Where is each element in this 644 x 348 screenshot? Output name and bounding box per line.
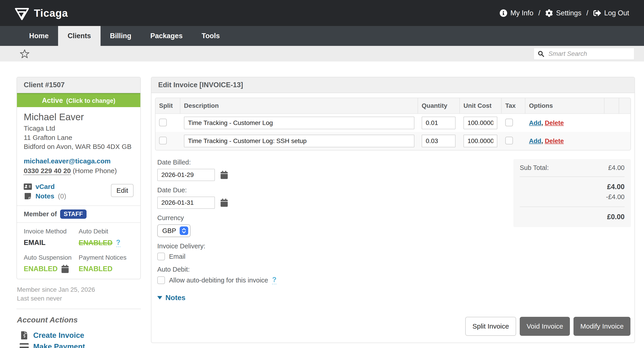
unit-cost-input[interactable]	[464, 116, 497, 129]
email-delivery-label: Email	[169, 253, 186, 260]
client-card: Client #1507 Active (Click to change) Mi…	[16, 77, 141, 279]
calendar-icon[interactable]	[220, 199, 228, 207]
invoice-method-label: Invoice Method	[24, 228, 79, 235]
log-out-link[interactable]: Log Out	[594, 9, 629, 17]
my-info-label: My Info	[510, 9, 534, 17]
col-split: Split	[156, 98, 180, 114]
col-tax: Tax	[502, 98, 525, 114]
date-due-input[interactable]	[157, 196, 215, 209]
currency-label: Currency	[157, 214, 376, 222]
quantity-input[interactable]	[422, 135, 456, 147]
edit-client-button[interactable]: Edit	[111, 184, 134, 197]
auto-debit-value[interactable]: ENABLED	[79, 239, 112, 247]
add-option-link[interactable]: Add	[529, 119, 541, 126]
notes-count: (0)	[58, 192, 66, 200]
chevron-updown-icon	[180, 226, 188, 235]
invoice-panel: Edit Invoice [INVOICE-13] Split Descript…	[151, 77, 635, 343]
auto-debit-help[interactable]: ?	[272, 276, 276, 284]
modify-invoice-button[interactable]: Modify Invoice	[574, 317, 630, 336]
create-invoice-link[interactable]: Create Invoice	[16, 330, 141, 341]
client-phone[interactable]: 0330 229 40 20	[24, 167, 71, 175]
tax-checkbox[interactable]	[505, 137, 513, 144]
client-card-title: Client #1507	[17, 77, 140, 93]
notes-toggle-label: Notes	[166, 294, 186, 302]
divider	[16, 309, 141, 309]
notes-toggle[interactable]: Notes	[157, 294, 376, 302]
delete-row-link[interactable]: Delete	[545, 119, 564, 126]
table-header-row: Split Description Quantity Unit Cost Tax…	[156, 98, 630, 114]
client-company: Ticaga Ltd	[24, 124, 134, 133]
top-menu: My Info / Settings / Log Out	[500, 9, 629, 17]
auto-debit-section-label: Auto Debit:	[157, 266, 376, 273]
info-circle-icon	[500, 9, 507, 17]
tab-billing[interactable]: Billing	[100, 26, 141, 46]
col-description: Description	[180, 98, 418, 114]
last-seen: Last seen never	[17, 294, 141, 303]
auto-debit-help[interactable]: ?	[116, 239, 120, 247]
vcard-link[interactable]: vCard	[24, 183, 66, 190]
calendar-icon[interactable]	[61, 265, 69, 273]
total-value: £4.00	[520, 182, 624, 192]
unit-cost-input[interactable]	[464, 135, 497, 147]
caret-down-icon	[157, 296, 162, 300]
invoice-item-row: Add, Delete	[156, 114, 630, 132]
delete-row-link[interactable]: Delete	[545, 138, 564, 144]
tab-clients[interactable]: Clients	[58, 26, 100, 46]
client-settings: Invoice Method EMAIL Auto Debit ENABLED …	[17, 223, 140, 279]
notes-link[interactable]: Notes (0)	[24, 192, 66, 200]
tab-tools[interactable]: Tools	[192, 26, 229, 46]
search-box	[534, 48, 634, 60]
invoice-form: Date Billed: Date Due: Cur	[155, 156, 376, 302]
my-info-link[interactable]: My Info	[500, 9, 534, 17]
description-input[interactable]	[184, 135, 414, 147]
void-invoice-button[interactable]: Void Invoice	[520, 317, 570, 336]
invoice-delivery-label: Invoice Delivery:	[157, 242, 376, 250]
email-delivery-checkbox[interactable]	[157, 253, 165, 260]
auto-debit-checkbox[interactable]	[157, 276, 165, 284]
client-email-link[interactable]: michael.eaver@ticaga.com	[24, 157, 110, 165]
make-payment-label: Make Payment	[33, 342, 85, 348]
date-billed-input[interactable]	[157, 169, 215, 181]
note-icon	[24, 192, 32, 200]
client-address-line1: 11 Grafton Lane	[24, 133, 134, 142]
split-checkbox[interactable]	[159, 119, 167, 126]
client-name: Michael Eaver	[24, 112, 134, 122]
member-of-label: Member of	[24, 210, 57, 218]
logout-icon	[594, 9, 601, 17]
invoice-items-table: Split Description Quantity Unit Cost Tax…	[155, 98, 631, 150]
client-status-button[interactable]: Active (Click to change)	[17, 93, 140, 107]
account-actions-title: Account Actions	[16, 316, 141, 324]
credit-card-icon	[20, 342, 29, 348]
add-option-link[interactable]: Add	[529, 138, 541, 144]
page-content: Client #1507 Active (Click to change) Mi…	[0, 62, 644, 348]
auto-suspension-value: ENABLED	[24, 265, 58, 273]
log-out-label: Log Out	[604, 9, 629, 17]
currency-select[interactable]: GBP	[157, 224, 190, 237]
sub-total-value: £4.00	[608, 164, 624, 172]
tab-home[interactable]: Home	[20, 26, 58, 46]
menu-separator: /	[586, 9, 588, 17]
favorite-star-icon[interactable]	[20, 49, 30, 59]
client-address-line2: Bidford on Avon, WAR B50 4DX GB	[24, 142, 134, 152]
balance-value: £0.00	[520, 212, 624, 222]
quantity-input[interactable]	[422, 116, 456, 129]
id-card-icon	[24, 183, 32, 190]
date-billed-label: Date Billed:	[157, 159, 376, 166]
tab-packages[interactable]: Packages	[141, 26, 192, 46]
calendar-icon[interactable]	[220, 171, 228, 179]
description-input[interactable]	[184, 116, 414, 129]
invoice-file-icon	[20, 331, 29, 340]
credit-value: -£4.00	[520, 192, 624, 202]
group-badge[interactable]: STAFF	[60, 210, 86, 219]
split-invoice-button[interactable]: Split Invoice	[465, 317, 516, 336]
settings-link[interactable]: Settings	[545, 9, 582, 17]
main-nav: Home Clients Billing Packages Tools	[0, 26, 644, 46]
tax-checkbox[interactable]	[505, 119, 513, 126]
split-checkbox[interactable]	[159, 137, 167, 144]
brand[interactable]: Ticaga	[14, 6, 68, 20]
col-quantity: Quantity	[418, 98, 460, 114]
search-input[interactable]	[548, 50, 630, 58]
options-separator: ,	[541, 138, 545, 144]
make-payment-link[interactable]: Make Payment	[16, 341, 141, 348]
col-options: Options	[525, 98, 604, 114]
